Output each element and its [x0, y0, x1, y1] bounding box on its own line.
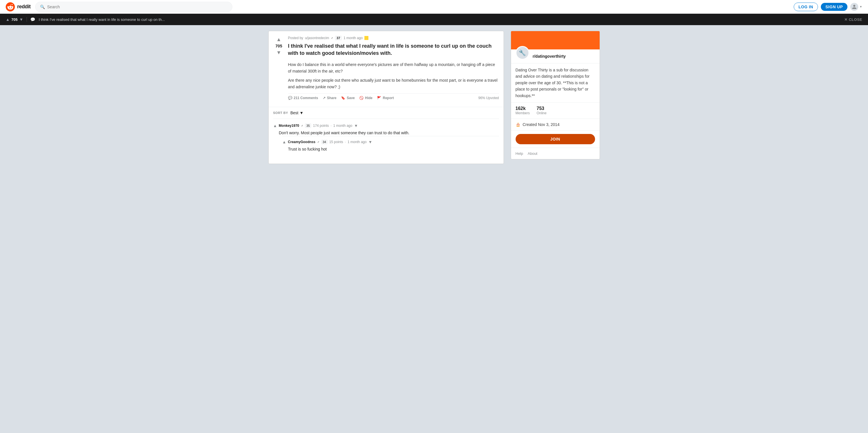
- nested-upvote-button[interactable]: ▲: [282, 140, 286, 144]
- close-label: CLOSE: [849, 18, 862, 22]
- nested-comment-author[interactable]: CreamyGoodnss: [288, 140, 315, 144]
- comment-body: Don't worry. Most people just want someo…: [279, 130, 499, 136]
- post-body-p2: Are there any nice people out there who …: [288, 77, 499, 90]
- post-container: ▲ 705 ▼ Posted by u/jasontredecim ♂ 37 1…: [268, 31, 504, 164]
- sidebar-created: 🎂 Created Nov 3, 2014: [511, 119, 600, 131]
- report-icon: 🚩: [377, 96, 381, 100]
- sort-select[interactable]: Best ▼: [290, 110, 304, 115]
- header-right: LOG IN SIGN UP ▼: [794, 3, 862, 11]
- close-button[interactable]: ✕ CLOSE: [844, 18, 862, 22]
- reddit-wordmark: reddit: [17, 4, 31, 10]
- search-icon: 🔍: [40, 5, 45, 9]
- hide-label: Hide: [365, 96, 372, 100]
- post-content: Posted by u/jasontredecim ♂ 37 1 month a…: [288, 36, 499, 102]
- comment-time: 1 month ago: [333, 124, 352, 128]
- cake-icon: 🎂: [516, 122, 521, 127]
- members-value: 162k: [516, 106, 530, 111]
- post-time: 1 month ago: [344, 36, 363, 40]
- comments-icon: 💬: [288, 96, 292, 100]
- header: reddit 🔍 LOG IN SIGN UP ▼: [0, 0, 868, 14]
- report-label: Report: [383, 96, 394, 100]
- hide-button[interactable]: 🚫 Hide: [359, 96, 372, 100]
- comments-count: 211 Comments: [294, 96, 318, 100]
- avatar-icon: [850, 3, 858, 11]
- post-body-p1: How do I balance this in a world where e…: [288, 61, 499, 74]
- share-icon: ↗: [323, 96, 326, 100]
- logo-area[interactable]: reddit: [6, 2, 31, 11]
- comment-bar-icon: 💬: [30, 17, 35, 22]
- share-label: Share: [327, 96, 336, 100]
- search-bar[interactable]: 🔍: [35, 2, 232, 12]
- login-button[interactable]: LOG IN: [794, 3, 818, 11]
- nested-comment: ▲ CreamyGoodnss ♂ 34 15 points · 1 month…: [282, 136, 499, 156]
- online-label: Online: [537, 111, 547, 115]
- nested-age-badge: 34: [321, 140, 328, 144]
- announcement-text: I think I've realised that what I really…: [39, 18, 841, 22]
- comment-age-badge: 35: [305, 123, 311, 128]
- sort-value: Best: [290, 110, 299, 115]
- search-input[interactable]: [47, 5, 227, 9]
- post-title: I think I've realised that what I really…: [288, 42, 499, 57]
- reddit-logo-icon: [6, 2, 15, 11]
- post-meta: Posted by u/jasontredecim ♂ 37 1 month a…: [288, 36, 499, 40]
- sort-chevron-icon: ▼: [300, 110, 304, 115]
- share-button[interactable]: ↗ Share: [323, 96, 336, 100]
- sidebar-footer: Help About: [511, 148, 600, 159]
- chevron-down-icon: ▼: [860, 5, 862, 8]
- sort-label: SORT BY: [273, 111, 288, 114]
- award-icon: [364, 36, 368, 40]
- subreddit-icon: 🔧: [516, 46, 529, 60]
- hide-icon: 🚫: [359, 96, 364, 100]
- about-link[interactable]: About: [528, 152, 537, 156]
- arrow-up-icon[interactable]: ▲: [6, 17, 10, 22]
- comment-author[interactable]: Monkey1970: [279, 124, 299, 128]
- vote-section: ▲ 705 ▼: [6, 17, 27, 22]
- comment-header: ▲ Monkey1970 ♂ 35 174 points · 1 month a…: [273, 123, 499, 128]
- post-username[interactable]: u/jasontredecim: [305, 36, 329, 40]
- sort-section: SORT BY Best ▼: [269, 107, 504, 119]
- sidebar-description: Dating Over Thirty is a sub for discussi…: [511, 63, 600, 103]
- report-button[interactable]: 🚩 Report: [377, 96, 394, 100]
- age-badge: 37: [335, 36, 342, 40]
- subreddit-name[interactable]: r/datingoverthirty: [533, 54, 566, 59]
- close-icon: ✕: [844, 18, 848, 22]
- vote-column: ▲ 705 ▼: [273, 36, 285, 102]
- sidebar: 🔧 r/datingoverthirty Dating Over Thirty …: [511, 31, 600, 164]
- subreddit-card: 🔧 r/datingoverthirty Dating Over Thirty …: [511, 31, 600, 159]
- post-area: ▲ 705 ▼ Posted by u/jasontredecim ♂ 37 1…: [269, 31, 504, 107]
- comment-downvote-button[interactable]: ▼: [354, 123, 358, 128]
- sidebar-stats: 162k Members 753 Online: [511, 103, 600, 119]
- post-vote-count: 705: [276, 44, 282, 48]
- help-link[interactable]: Help: [516, 152, 523, 156]
- comment: ▲ Monkey1970 ♂ 35 174 points · 1 month a…: [273, 119, 499, 161]
- upvote-percent: 96% Upvoted: [478, 96, 499, 100]
- members-label: Members: [516, 111, 530, 115]
- gender-symbol: ♂: [331, 36, 333, 40]
- post-actions: 💬 211 Comments ↗ Share 🔖 Save 🚫 Hide: [288, 93, 499, 102]
- posted-by-label: Posted by: [288, 36, 303, 40]
- post-body: How do I balance this in a world where e…: [288, 61, 499, 90]
- announcement-bar: ▲ 705 ▼ 💬 I think I've realised that wha…: [0, 14, 868, 25]
- save-icon: 🔖: [341, 96, 345, 100]
- join-button[interactable]: JOIN: [516, 134, 595, 144]
- nested-gender: ♂: [317, 140, 319, 144]
- comments-button[interactable]: 💬 211 Comments: [288, 96, 318, 100]
- subreddit-header: 🔧 r/datingoverthirty: [511, 49, 600, 63]
- save-button[interactable]: 🔖 Save: [341, 96, 355, 100]
- online-stat: 753 Online: [537, 106, 547, 115]
- comment-gender: ♂: [301, 124, 303, 127]
- members-stat: 162k Members: [516, 106, 530, 115]
- comment-upvote-button[interactable]: ▲: [273, 123, 277, 128]
- nested-time: 1 month ago: [347, 140, 367, 144]
- created-date: Created Nov 3, 2014: [523, 122, 560, 127]
- nested-comment-header: ▲ CreamyGoodnss ♂ 34 15 points · 1 month…: [282, 140, 499, 144]
- comments-section: ▲ Monkey1970 ♂ 35 174 points · 1 month a…: [269, 119, 504, 161]
- downvote-button[interactable]: ▼: [276, 50, 281, 55]
- nested-downvote-button[interactable]: ▼: [368, 140, 372, 144]
- signup-button[interactable]: SIGN UP: [821, 3, 847, 11]
- avatar-area[interactable]: ▼: [850, 3, 862, 11]
- upvote-button[interactable]: ▲: [276, 37, 281, 42]
- bar-vote-count: 705: [11, 18, 18, 22]
- nested-points: 15 points: [329, 140, 343, 144]
- arrow-down-icon[interactable]: ▼: [20, 17, 24, 22]
